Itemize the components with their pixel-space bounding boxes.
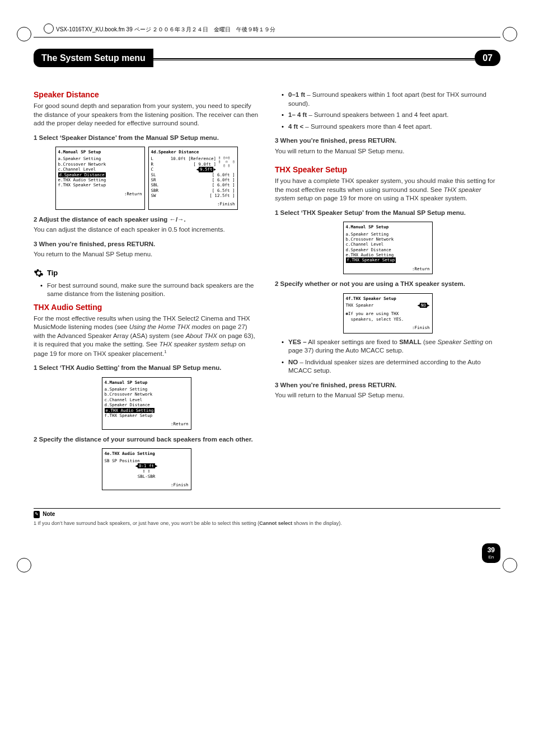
osd-line: c.Channel Level [346,242,430,247]
list-item: NO – Individual speaker sizes are determ… [282,358,500,375]
list-item: 4 ft < – Surround speakers more than 4 f… [282,123,500,132]
footnote-ref: 1 [164,349,166,354]
footnote-section: ✎ Note 1 If you don’t have surround back… [34,508,500,527]
gear-icon [34,268,44,278]
paragraph: For good sound depth and separation from… [34,102,259,128]
chapter-title: The System Setup menu [34,49,153,68]
osd-line: speakers, select YES. [346,317,430,322]
osd-line: SW[ 12.5ft ] [151,193,235,198]
step-2: 2 Adjust the distance of each speaker us… [34,215,259,224]
osd-line: SL[ 6.0ft ] [151,172,235,177]
osd-finish: :Finish [105,482,189,487]
heading-thx-audio-setting: THX Audio Setting [34,302,259,313]
osd-thx-audio-setting: 4e.THX Audio Setting SB SP Position ◀0-1… [102,448,191,490]
osd-line: ✽If you are using THX [346,311,430,316]
list-item: YES – All speaker settings are fixed to … [282,338,500,355]
osd-line-selected: ◀0-1 ft▶ [105,463,189,468]
osd-line: a.Speaker Setting [346,232,430,237]
osd-finish: :Finish [151,201,235,206]
osd-title: 4.Manual SP Setup [58,149,142,154]
osd-manual-sp-setup: 4.Manual SP Setup a.Speaker Setting b.Cr… [55,147,145,210]
osd-line: SBR[ 6.5ft ] [151,188,235,193]
osd-line: e.THX Audio Setting [58,177,142,182]
osd-return: :Return [346,266,430,271]
paragraph: You will return to the Manual SP Setup m… [275,391,500,400]
osd-manual-sp-setup: 4.Manual SP Setup a.Speaker Setting b.Cr… [102,377,191,430]
osd-line-selected: C◀9.5ft▶ [151,167,216,172]
note-icon: ✎ [34,511,40,518]
book-header: VSX-1016TXV_KU.book.fm 39 ページ ２００６年３月２４日… [34,22,500,37]
osd-line: a.Speaker Setting [58,156,142,161]
tip-label: Tip [47,268,58,278]
paragraph: If you have a complete THX speaker syste… [275,177,500,203]
osd-line: f.THX Speaker Setup [105,413,189,418]
step-2: 2 Specify whether or not you are using a… [275,280,500,289]
page-number: 39 [488,546,495,554]
crop-mark-icon [503,27,517,41]
heading-thx-speaker-setup: THX Speaker Setup [275,165,500,175]
speaker-layout-icon: ▯ ▯▫▯▯ ▫ ▯ ▯ ▯ [218,156,235,168]
osd-manual-sp-setup: 4.Manual SP Setup a.Speaker Setting b.Cr… [343,222,433,274]
step-3: 3 When you’re finished, press RETURN. [34,240,259,249]
page-number-badge: 39 En [482,543,500,563]
paragraph: For the most effective results when usin… [34,314,259,358]
step-1: 1 Select ‘Speaker Distance’ from the Man… [34,134,259,143]
tip-item: For best surround sound, make sure the s… [40,281,259,299]
list-item: 0–1 ft – Surround speakers within 1 foot… [282,91,500,108]
osd-line: c.Channel Level [58,167,142,172]
osd-line: b.Crossover Network [58,162,142,167]
left-column: Speaker Distance For good sound depth an… [34,87,259,495]
osd-line-selected: f.THX Speaker Setup [346,257,430,262]
paragraph: You can adjust the distance of each spea… [34,226,259,234]
page-language: En [488,555,495,561]
osd-return: :Return [105,421,189,426]
crop-mark-icon [503,558,517,572]
osd-line: ▯ ▯ [105,468,189,473]
osd-line: SB SP Position [105,458,189,463]
crop-mark-icon [17,558,31,572]
step-3: 3 When you’re finished, press RETURN. [275,137,500,145]
osd-title: 4e.THX Audio Setting [105,451,189,456]
chapter-title-bar: The System Setup menu 07 [34,49,500,68]
osd-line-selected: e.THX Audio Setting [105,408,189,413]
chapter-number: 07 [475,50,500,67]
title-bar-rule [153,58,475,60]
heading-speaker-distance: Speaker Distance [34,90,259,100]
osd-line: f.THX Speaker Setup [58,182,142,187]
list-item: 1– 4 ft – Surround speakers between 1 an… [282,111,500,120]
osd-thx-speaker-setup: 4f.THX Speaker Setup THX Speaker◀NO▶ ✽If… [343,293,433,334]
osd-title: 4f.THX Speaker Setup [346,296,430,301]
osd-return: :Return [58,191,142,196]
osd-title: 4.Manual SP Setup [105,380,189,385]
osd-line: L10.0ft [Reference] [151,156,216,161]
step-1: 1 Select ‘THX Speaker Setup’ from the Ma… [275,209,500,218]
osd-speaker-distance: 4d.Speaker Distance ▯ ▯▫▯▯ ▫ ▯ ▯ ▯ L10.0… [148,147,238,210]
osd-line: b.Crossover Network [346,237,430,242]
osd-line: SR[ 6.0ft ] [151,177,235,182]
osd-line: d.Speaker Distance [105,402,189,407]
right-column: 0–1 ft – Surround speakers within 1 foot… [275,87,500,495]
step-1: 1 Select ‘THX Audio Setting’ from the Ma… [34,364,259,373]
step-3: 3 When you’re finished, press RETURN. [275,381,500,390]
paragraph: You will return to the Manual SP Setup m… [275,147,500,156]
step-2: 2 Specify the distance of your surround … [34,435,259,444]
note-label: Note [43,511,55,517]
osd-line: SBL[ 6.0ft ] [151,182,235,187]
osd-title: 4.Manual SP Setup [346,224,430,229]
osd-line: SBL-SBR [105,474,189,479]
osd-line: c.Channel Level [105,397,189,402]
osd-line-selected: THX Speaker◀NO▶ [346,303,430,308]
footnote-text: 1 If you don’t have surround back speake… [34,520,500,527]
osd-line: a.Speaker Setting [105,387,189,392]
crop-mark-icon [17,27,31,41]
paragraph: You return to the Manual SP Setup menu. [34,250,259,259]
osd-line: d.Speaker Distance [346,247,430,252]
osd-line: R[ 9.0ft ] [151,162,216,167]
osd-title: 4d.Speaker Distance [151,149,235,154]
osd-line: b.Crossover Network [105,392,189,397]
osd-line-selected: d.Speaker Distance [58,172,142,177]
osd-finish: :Finish [346,325,430,330]
osd-line: e.THX Audio Setting [346,252,430,257]
